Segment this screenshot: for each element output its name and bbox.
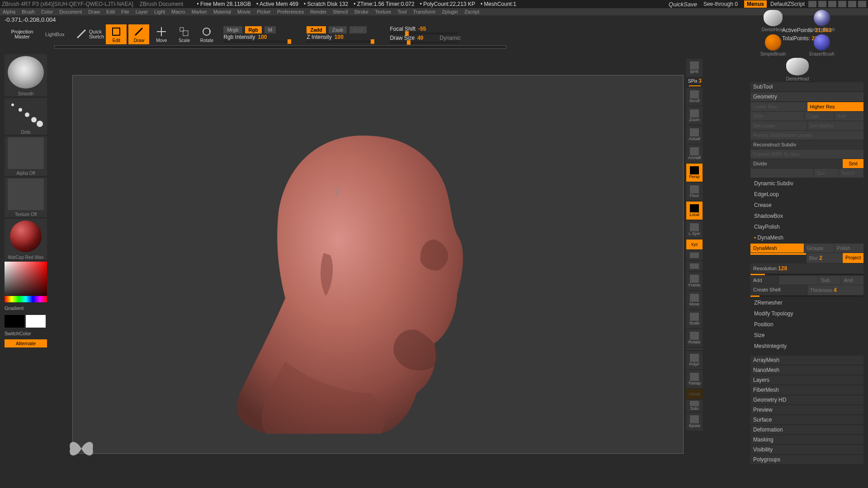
- gradient-toggle[interactable]: Gradient: [5, 304, 47, 312]
- quicksketch-button[interactable]: QuickSketch: [89, 29, 104, 39]
- xpose-button[interactable]: Xpose: [686, 413, 703, 431]
- dynamesh-button[interactable]: DynaMesh: [750, 244, 804, 253]
- seethrough-slider[interactable]: See-through 0: [703, 1, 738, 7]
- menu-brush[interactable]: Brush: [22, 9, 35, 14]
- edgeloop-section[interactable]: EdgeLoop: [750, 189, 863, 199]
- menu-texture[interactable]: Texture: [375, 9, 391, 14]
- xyz-button[interactable]: Xyz: [686, 239, 703, 249]
- section-masking[interactable]: Masking: [750, 435, 863, 444]
- solo-button[interactable]: Solo: [686, 400, 703, 412]
- edit-button[interactable]: Edit: [106, 24, 127, 44]
- menu-material[interactable]: Material: [213, 9, 231, 14]
- section-geometryhd[interactable]: Geometry HD: [750, 395, 863, 404]
- bpr-button[interactable]: BPR: [686, 59, 703, 77]
- color-swatch-black[interactable]: [5, 315, 24, 328]
- scale-button[interactable]: Scale: [174, 24, 194, 44]
- sdiv-slider[interactable]: SDiv: [750, 112, 804, 121]
- scroll-button[interactable]: Scroll: [686, 88, 703, 106]
- section-surface[interactable]: Surface: [750, 415, 863, 424]
- window-chip-3[interactable]: [828, 1, 836, 7]
- section-layers[interactable]: Layers: [750, 375, 863, 385]
- ghost-button[interactable]: Ghost: [686, 389, 703, 399]
- menu-zplugin[interactable]: Zplugin: [442, 9, 458, 14]
- projection-master-button[interactable]: ProjectionMaster: [5, 27, 40, 42]
- polish-toggle[interactable]: Polish: [834, 244, 863, 253]
- m-button[interactable]: M: [264, 26, 276, 33]
- move-nav-button[interactable]: Move: [686, 291, 703, 309]
- z-intensity-slider[interactable]: [307, 41, 374, 42]
- menu-stencil[interactable]: Stencil: [333, 9, 348, 14]
- transp-button[interactable]: Transp: [686, 370, 703, 388]
- menu-tool[interactable]: Tool: [397, 9, 406, 14]
- zremesher-section[interactable]: ZRemesher: [750, 298, 863, 308]
- menu-alpha[interactable]: Alpha: [3, 9, 15, 14]
- menu-color[interactable]: Color: [41, 9, 53, 14]
- floor-button[interactable]: Floor: [686, 183, 703, 201]
- timeline-scrub[interactable]: [54, 45, 506, 49]
- grid-button-1[interactable]: [686, 250, 703, 260]
- grid-button-2[interactable]: [686, 261, 703, 271]
- local-button[interactable]: Local: [686, 202, 703, 220]
- rotate-nav-button[interactable]: Rotate: [686, 329, 703, 347]
- spix-readout[interactable]: SPix 3: [686, 78, 703, 84]
- menu-zscript[interactable]: Zscript: [464, 9, 479, 14]
- section-visibility[interactable]: Visibility: [750, 445, 863, 454]
- del-lower-button[interactable]: Del Lower: [750, 121, 807, 130]
- menu-transform[interactable]: Transform: [413, 9, 435, 14]
- section-polygroups[interactable]: Polygroups: [750, 455, 863, 464]
- color-swatch-white[interactable]: [26, 315, 46, 328]
- defaultzscript-button[interactable]: DefaultZScript: [769, 0, 807, 8]
- reuv-toggle[interactable]: ReUV: [839, 169, 863, 178]
- resolution-slider[interactable]: Resolution 128: [750, 263, 863, 273]
- higher-res-button[interactable]: Higher Res: [807, 102, 864, 111]
- lower-res-button[interactable]: Lower Res: [750, 102, 807, 111]
- add-button[interactable]: Add: [750, 276, 778, 285]
- alternate-button[interactable]: Alternate: [5, 339, 47, 347]
- polyf-button[interactable]: PolyF: [686, 351, 703, 369]
- menu-edit[interactable]: Edit: [106, 9, 115, 14]
- sub-button[interactable]: Sub: [818, 276, 840, 285]
- draw-button[interactable]: Draw: [128, 24, 149, 44]
- section-preview[interactable]: Preview: [750, 405, 863, 414]
- divide-button[interactable]: Divide: [750, 159, 842, 168]
- tool-thumb-spherebrush[interactable]: SphereBrush: [799, 9, 844, 33]
- tool-thumb-eraserbrush[interactable]: EraserBrush: [799, 33, 844, 57]
- rstr-button[interactable]: Rstr: [834, 112, 863, 121]
- aahalf-button[interactable]: AAHalf: [686, 145, 703, 163]
- menu-render[interactable]: Render: [310, 9, 326, 14]
- menu-stroke[interactable]: Stroke: [354, 9, 368, 14]
- menu-macro[interactable]: Macro: [171, 9, 185, 14]
- rgb-intensity-slider[interactable]: [223, 41, 291, 42]
- stroke-selector[interactable]: Dots: [5, 98, 47, 135]
- tool-thumb-simplebrush[interactable]: SimpleBrush: [750, 33, 796, 57]
- scale-nav-button[interactable]: Scale: [686, 310, 703, 328]
- zadd-button[interactable]: Zadd: [307, 26, 326, 33]
- brush-selector[interactable]: Smooth: [5, 54, 47, 96]
- menus-button[interactable]: Menus: [744, 0, 767, 8]
- zoom-button[interactable]: Zoom: [686, 107, 703, 125]
- section-fibermesh[interactable]: FiberMesh: [750, 385, 863, 394]
- color-picker[interactable]: [5, 262, 47, 302]
- zsub-button[interactable]: Zsub: [329, 26, 347, 33]
- move-button[interactable]: Move: [151, 24, 172, 44]
- menu-draw[interactable]: Draw: [88, 9, 100, 14]
- focal-shift-slider[interactable]: [390, 33, 458, 34]
- crease-section[interactable]: Crease: [750, 200, 863, 210]
- persp-button[interactable]: Persp: [686, 164, 703, 182]
- tool-thumb-current[interactable]: DemoHead: [750, 58, 844, 81]
- texture-selector[interactable]: Texture Off: [5, 178, 47, 217]
- rgb-button[interactable]: Rgb: [245, 26, 262, 33]
- freeze-subdiv-button[interactable]: Freeze SubDivision Levels: [750, 131, 863, 140]
- claypolish-section[interactable]: ClayPolish: [750, 222, 863, 232]
- groups-toggle[interactable]: Groups: [804, 244, 834, 253]
- window-chip-1[interactable]: [808, 1, 816, 7]
- menu-marker[interactable]: Marker: [192, 9, 207, 14]
- rotate-button[interactable]: Rotate: [196, 24, 217, 44]
- thickness-slider[interactable]: Thickness 4: [807, 285, 864, 295]
- window-chip-2[interactable]: [818, 1, 826, 7]
- frame-button[interactable]: Frame: [686, 272, 703, 290]
- suv-toggle[interactable]: Suv: [814, 169, 838, 178]
- viewport-canvas[interactable]: [72, 75, 684, 454]
- quicksave-button[interactable]: QuickSave: [669, 1, 697, 8]
- section-arraymesh[interactable]: ArrayMesh: [750, 356, 863, 365]
